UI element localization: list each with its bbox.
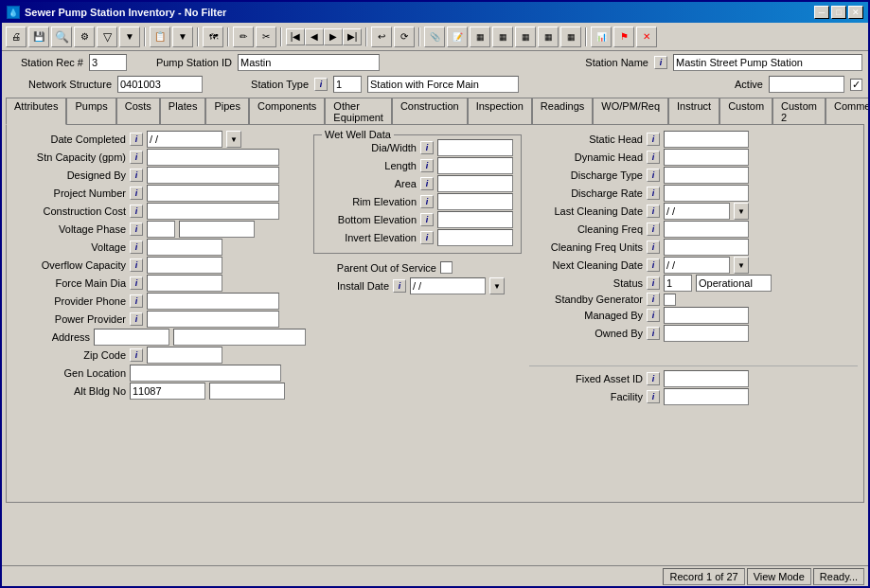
tab-inspection[interactable]: Inspection <box>468 98 532 125</box>
dynamic-head-input[interactable] <box>664 149 749 166</box>
gen-location-input[interactable] <box>130 365 281 382</box>
fixed-asset-id-info[interactable]: i <box>647 372 660 385</box>
last-cleaning-date-info[interactable]: i <box>647 205 660 218</box>
stn-capacity-input[interactable] <box>147 149 279 166</box>
standby-generator-checkbox[interactable] <box>664 294 676 306</box>
tab-plates[interactable]: Plates <box>160 98 206 125</box>
length-input[interactable] <box>437 157 513 174</box>
date-completed-input[interactable] <box>147 131 222 148</box>
active-checkbox[interactable]: ✓ <box>850 79 862 91</box>
area-input[interactable] <box>437 175 513 192</box>
standby-generator-info[interactable]: i <box>647 293 660 306</box>
refresh-btn[interactable]: ⟳ <box>394 27 415 47</box>
station-type-input[interactable] <box>333 76 362 93</box>
grid4-btn[interactable]: ▦ <box>538 27 559 47</box>
provider-phone-input[interactable] <box>147 293 279 310</box>
last-btn[interactable]: ▶| <box>343 28 362 45</box>
cleaning-freq-units-input[interactable] <box>664 239 749 256</box>
save-btn[interactable]: 💾 <box>28 27 49 47</box>
tab-pumps[interactable]: Pumps <box>66 98 115 125</box>
date-completed-info[interactable]: i <box>130 133 143 146</box>
bottom-elevation-info[interactable]: i <box>420 213 434 226</box>
last-cleaning-date-input[interactable] <box>664 203 730 220</box>
voltage-input[interactable] <box>147 239 222 256</box>
station-rec-input[interactable] <box>89 54 127 71</box>
provider-phone-info[interactable]: i <box>130 294 143 308</box>
construction-cost-info[interactable]: i <box>130 205 143 218</box>
designed-by-input[interactable] <box>147 167 279 184</box>
tab-pipes[interactable]: Pipes <box>205 98 249 125</box>
zip-code-input[interactable] <box>147 347 222 364</box>
tab-costs[interactable]: Costs <box>116 98 160 125</box>
project-number-input[interactable] <box>147 185 279 202</box>
tab-components[interactable]: Components <box>249 98 325 125</box>
tab-construction[interactable]: Construction <box>392 98 468 125</box>
force-main-dia-info[interactable]: i <box>130 276 143 290</box>
force-main-dia-input[interactable] <box>147 275 222 292</box>
managed-by-info[interactable]: i <box>647 309 660 322</box>
discharge-type-input[interactable] <box>664 167 749 184</box>
prev-btn[interactable]: ◀ <box>305 28 324 45</box>
invert-elevation-input[interactable] <box>437 229 513 246</box>
filter-btn[interactable]: ▽ <box>97 27 117 47</box>
grid5-btn[interactable]: ▦ <box>560 27 581 47</box>
power-provider-input[interactable] <box>147 311 279 328</box>
install-date-info[interactable]: i <box>393 279 406 293</box>
pump-station-id-input[interactable] <box>238 54 380 71</box>
length-info[interactable]: i <box>420 159 434 172</box>
voltage-phase-info[interactable]: i <box>130 223 143 236</box>
install-date-input[interactable] <box>410 277 486 294</box>
network-structure-input[interactable] <box>117 76 203 93</box>
zip-code-info[interactable]: i <box>130 348 143 362</box>
dia-width-info[interactable]: i <box>420 141 434 154</box>
dynamic-head-info[interactable]: i <box>647 151 660 164</box>
station-type-info[interactable]: i <box>314 78 328 91</box>
tab-other-equipment[interactable]: Other Equipment <box>325 98 392 125</box>
view-dropdown[interactable]: ▼ <box>172 27 193 47</box>
search-btn[interactable]: 🔍 <box>51 27 72 47</box>
managed-by-input[interactable] <box>664 307 749 324</box>
discharge-rate-info[interactable]: i <box>647 187 660 200</box>
owned-by-info[interactable]: i <box>647 327 660 340</box>
grid3-btn[interactable]: ▦ <box>515 27 536 47</box>
date-completed-dropdown[interactable]: ▼ <box>226 131 241 148</box>
parent-oos-checkbox[interactable] <box>440 261 453 274</box>
next-cleaning-date-input[interactable] <box>664 257 730 274</box>
next-cleaning-date-info[interactable]: i <box>647 258 660 272</box>
designed-by-info[interactable]: i <box>130 169 143 182</box>
view-btn[interactable]: 📋 <box>150 27 170 47</box>
note-btn[interactable]: 📝 <box>447 27 468 47</box>
undo-btn[interactable]: ↩ <box>371 27 392 47</box>
next-btn[interactable]: ▶ <box>324 28 343 45</box>
flag-btn[interactable]: ⚑ <box>613 27 634 47</box>
status-desc-input[interactable] <box>696 275 772 292</box>
rim-elevation-info[interactable]: i <box>420 195 434 208</box>
cleaning-freq-units-info[interactable]: i <box>647 241 660 254</box>
filter-dropdown[interactable]: ▼ <box>119 27 140 47</box>
cleaning-freq-input[interactable] <box>664 221 749 238</box>
tab-readings[interactable]: Readings <box>532 98 593 125</box>
last-cleaning-date-dropdown[interactable]: ▼ <box>734 203 749 220</box>
tab-custom2[interactable]: Custom 2 <box>772 98 826 125</box>
print-btn[interactable]: 🖨 <box>6 27 27 47</box>
alt-bldg-no-input[interactable] <box>130 383 205 400</box>
status-input[interactable] <box>664 275 692 292</box>
construction-cost-input[interactable] <box>147 203 279 220</box>
settings-btn[interactable]: ⚙ <box>74 27 95 47</box>
voltage-phase-input1[interactable] <box>147 221 175 238</box>
overflow-capacity-info[interactable]: i <box>130 258 143 272</box>
address-input1[interactable] <box>94 329 169 346</box>
rim-elevation-input[interactable] <box>437 193 513 210</box>
attach-btn[interactable]: 📎 <box>424 27 445 47</box>
report-btn[interactable]: 📊 <box>591 27 612 47</box>
edit-btn[interactable]: ✏ <box>233 27 254 47</box>
owned-by-input[interactable] <box>664 325 749 342</box>
project-number-info[interactable]: i <box>130 187 143 200</box>
status-info[interactable]: i <box>647 276 660 290</box>
close-btn[interactable]: ✕ <box>848 6 863 19</box>
power-provider-info[interactable]: i <box>130 312 143 326</box>
area-info[interactable]: i <box>420 177 434 190</box>
static-head-input[interactable] <box>664 131 749 148</box>
voltage-info[interactable]: i <box>130 241 143 254</box>
tab-wo-pm-req[interactable]: WO/PM/Req <box>593 98 668 125</box>
